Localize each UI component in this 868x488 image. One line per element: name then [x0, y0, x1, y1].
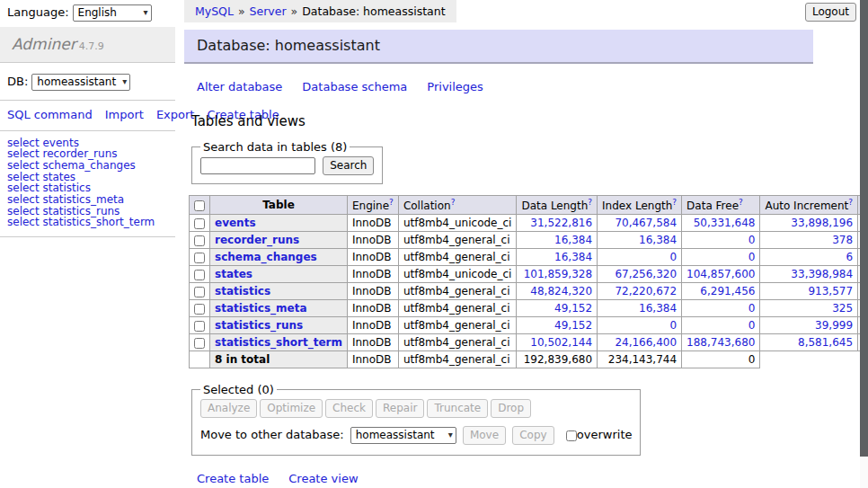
selected-legend: Selected (0)	[200, 383, 277, 396]
header-checkbox-cell	[190, 196, 210, 215]
scrollbar-track[interactable]	[860, 0, 868, 488]
data-free-cell-link[interactable]: 104,857,600	[686, 268, 755, 280]
data-free-cell-link[interactable]: 0	[748, 234, 756, 246]
index-length-cell-link[interactable]: 72,220,672	[615, 285, 677, 297]
data-length-cell-link[interactable]: 49,152	[554, 319, 592, 332]
column-header: Engine?	[347, 196, 398, 215]
auto-increment-cell-link[interactable]: 6	[846, 251, 853, 263]
row-checkbox[interactable]	[194, 218, 205, 229]
data-length-cell-link[interactable]: 48,824,320	[530, 285, 592, 297]
data-free-cell-link[interactable]: 50,331,648	[694, 217, 756, 229]
language-select[interactable]: English▾	[73, 4, 152, 22]
index-length-cell-link[interactable]: 16,384	[639, 302, 677, 315]
auto-increment-cell-link[interactable]: 33,898,196	[791, 217, 853, 229]
search-button[interactable]: Search	[323, 156, 374, 175]
search-input[interactable]	[200, 157, 315, 174]
row-checkbox[interactable]	[194, 235, 205, 246]
index-length-cell-link[interactable]: 0	[669, 319, 677, 332]
selected-action-button[interactable]: Analyze	[200, 399, 257, 418]
column-header: Auto Increment?	[760, 196, 858, 215]
row-checkbox[interactable]	[194, 253, 205, 263]
data-length-cell-link[interactable]: 10,502,144	[530, 336, 592, 349]
auto-increment-cell-link[interactable]: 325	[832, 302, 853, 315]
selected-buttons: AnalyzeOptimizeCheckRepairTruncateDrop	[200, 399, 632, 418]
table-name-link[interactable]: schema_changes	[215, 251, 317, 263]
table-row: statistics_short_termInnoDButf8mb4_gener…	[190, 334, 868, 351]
sidebar: Language:English▾ Adminer4.7.9 DB:homeas…	[0, 0, 175, 237]
row-checkbox-cell	[190, 283, 210, 300]
row-checkbox[interactable]	[194, 287, 205, 297]
column-help-link[interactable]: ?	[672, 198, 677, 207]
sidebar-select-link[interactable]: select recorder_runs	[7, 148, 168, 160]
db-select[interactable]: homeassistant▾	[31, 74, 130, 91]
table-name-link[interactable]: states	[215, 268, 252, 280]
index-length-cell: 67,256,320	[598, 266, 682, 283]
database-link[interactable]: Alter database	[197, 80, 282, 93]
table-row: statistics_metaInnoDButf8mb4_general_ci4…	[190, 300, 868, 317]
data-free-cell: 188,743,680	[682, 334, 760, 351]
column-help-link[interactable]: ?	[451, 198, 456, 207]
scrollbar-thumb[interactable]	[860, 0, 868, 457]
table-name-link[interactable]: recorder_runs	[215, 234, 299, 246]
row-checkbox[interactable]	[194, 338, 205, 349]
column-help-link[interactable]: ?	[389, 198, 394, 207]
selected-action-button[interactable]: Drop	[491, 399, 531, 418]
auto-increment-cell-link[interactable]: 913,577	[808, 285, 853, 297]
data-length-cell-link[interactable]: 31,522,816	[530, 217, 592, 229]
create-link[interactable]: Create table	[197, 472, 269, 485]
selected-action-button[interactable]: Check	[325, 399, 373, 418]
data-free-cell-link[interactable]: 6,291,456	[700, 285, 755, 297]
copy-button[interactable]: Copy	[512, 426, 554, 445]
data-free-cell-link[interactable]: 0	[748, 302, 756, 315]
sidebar-select-link[interactable]: select statistics_short_term	[7, 217, 168, 228]
table-name-link[interactable]: statistics	[215, 285, 270, 297]
database-link[interactable]: Database schema	[302, 80, 407, 93]
table-name-link[interactable]: statistics_runs	[215, 319, 303, 332]
index-length-cell: 0	[598, 317, 682, 334]
table-row: schema_changesInnoDButf8mb4_general_ci16…	[190, 249, 868, 266]
move-db-select[interactable]: homeassistant▾	[350, 427, 456, 444]
data-length-cell-link[interactable]: 16,384	[554, 251, 592, 263]
auto-increment-cell-link[interactable]: 8,581,645	[798, 336, 853, 349]
auto-increment-cell-link[interactable]: 378	[832, 234, 853, 246]
auto-increment-cell-link[interactable]: 39,999	[815, 319, 853, 332]
index-length-cell-link[interactable]: 24,166,400	[615, 336, 677, 349]
auto-increment-cell-link[interactable]: 33,398,984	[791, 268, 853, 280]
row-checkbox[interactable]	[194, 321, 205, 332]
main-content: Database: homeassistant Alter databaseDa…	[184, 0, 813, 488]
table-name-link[interactable]: events	[215, 217, 256, 229]
select-all-checkbox[interactable]	[194, 200, 205, 211]
column-help-link[interactable]: ?	[848, 198, 853, 207]
column-help-link[interactable]: ?	[739, 198, 743, 207]
index-length-cell-link[interactable]: 16,384	[639, 234, 677, 246]
sidebar-select-link[interactable]: select statistics_meta	[7, 194, 168, 206]
move-button[interactable]: Move	[463, 426, 506, 445]
index-length-cell-link[interactable]: 70,467,584	[615, 217, 677, 229]
engine-cell: InnoDB	[347, 300, 398, 317]
index-length-cell-link[interactable]: 67,256,320	[615, 268, 677, 280]
data-length-cell-link[interactable]: 101,859,328	[524, 268, 592, 280]
data-length-cell-link[interactable]: 16,384	[554, 234, 592, 246]
row-checkbox[interactable]	[194, 304, 205, 315]
sidebar-select-link[interactable]: select schema_changes	[7, 160, 168, 172]
data-free-cell-link[interactable]: 0	[748, 251, 756, 263]
auto-increment-cell: 33,898,196	[760, 215, 858, 232]
create-link[interactable]: Create view	[288, 472, 358, 485]
sidebar-action-link[interactable]: Import	[105, 108, 144, 121]
index-length-cell-link[interactable]: 0	[669, 251, 677, 263]
data-free-cell-link[interactable]: 188,743,680	[686, 336, 755, 349]
row-checkbox[interactable]	[194, 270, 205, 280]
database-link[interactable]: Privileges	[427, 80, 483, 93]
search-fieldset: Search data in tables (8) Search	[191, 140, 383, 184]
app-version: 4.7.9	[79, 40, 104, 52]
data-length-cell-link[interactable]: 49,152	[554, 302, 592, 315]
selected-action-button[interactable]: Truncate	[427, 399, 488, 418]
table-name-link[interactable]: statistics_short_term	[215, 336, 342, 349]
column-help-link[interactable]: ?	[588, 198, 592, 207]
table-name-link[interactable]: statistics_meta	[215, 302, 307, 315]
sidebar-action-link[interactable]: SQL command	[7, 108, 93, 121]
selected-action-button[interactable]: Repair	[376, 399, 424, 418]
data-free-cell-link[interactable]: 0	[748, 319, 756, 332]
selected-action-button[interactable]: Optimize	[260, 399, 323, 418]
overwrite-checkbox[interactable]	[566, 430, 577, 441]
